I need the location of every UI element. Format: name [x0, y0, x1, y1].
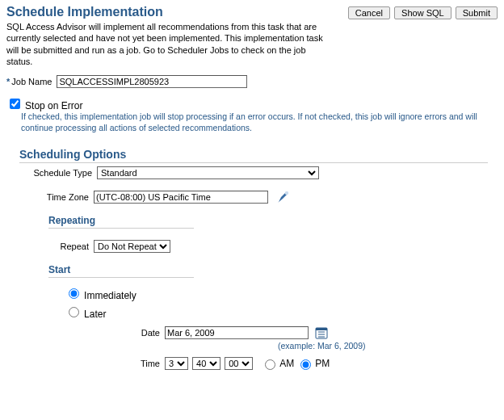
- schedule-type-label: Schedule Type: [19, 168, 92, 178]
- repeating-title: Repeating: [48, 215, 194, 229]
- date-row: Date: [120, 326, 498, 339]
- submit-button[interactable]: Submit: [456, 6, 498, 19]
- am-label: AM: [279, 358, 294, 369]
- job-name-row: * Job Name: [6, 75, 498, 88]
- time-zone-row: Time Zone: [36, 191, 498, 204]
- start-immediately-label: Immediately: [84, 290, 136, 301]
- start-immediately-radio[interactable]: [69, 288, 79, 299]
- date-label: Date: [120, 328, 160, 338]
- stop-on-error-checkbox[interactable]: [10, 99, 20, 109]
- time-zone-label: Time Zone: [36, 192, 89, 202]
- calendar-icon[interactable]: [315, 326, 328, 339]
- flashlight-icon[interactable]: [276, 191, 289, 204]
- start-later-label: Later: [84, 309, 106, 320]
- start-later-row: Later: [65, 304, 498, 320]
- schedule-type-row: Schedule Type Standard: [19, 166, 498, 179]
- time-row: Time 3 40 00 AM PM: [120, 357, 498, 370]
- action-buttons: Cancel Show SQL Submit: [346, 3, 498, 19]
- time-second-select[interactable]: 00: [225, 357, 253, 370]
- start-later-radio[interactable]: [69, 307, 79, 317]
- stop-on-error-row: Stop on Error If checked, this implement…: [6, 96, 498, 133]
- stop-on-error-label: Stop on Error: [25, 100, 82, 111]
- cancel-button[interactable]: Cancel: [348, 6, 390, 19]
- time-hour-select[interactable]: 3: [165, 357, 188, 370]
- job-name-label: Job Name: [11, 77, 52, 86]
- scheduling-options-title: Scheduling Options: [19, 148, 488, 163]
- schedule-type-select[interactable]: Standard: [97, 166, 319, 179]
- intro-text: SQL Access Advisor will implement all re…: [6, 21, 330, 67]
- job-name-input[interactable]: [57, 75, 247, 88]
- show-sql-button[interactable]: Show SQL: [394, 6, 452, 19]
- pm-radio[interactable]: [300, 359, 311, 370]
- repeat-label: Repeat: [48, 242, 89, 251]
- am-radio[interactable]: [265, 359, 275, 370]
- svg-rect-3: [316, 328, 327, 330]
- time-label: Time: [120, 359, 160, 368]
- start-immediately-row: Immediately: [65, 286, 498, 301]
- start-title: Start: [48, 264, 194, 278]
- date-example: (example: Mar 6, 2009): [278, 341, 498, 351]
- stop-on-error-help: If checked, this implementation job will…: [21, 111, 498, 133]
- svg-point-1: [285, 191, 288, 195]
- time-zone-input[interactable]: [94, 191, 268, 204]
- repeat-select[interactable]: Do Not Repeat: [94, 240, 170, 253]
- required-marker: *: [6, 77, 10, 86]
- repeat-row: Repeat Do Not Repeat: [48, 240, 498, 253]
- date-input[interactable]: [165, 326, 309, 339]
- time-minute-select[interactable]: 40: [192, 357, 220, 370]
- pm-label: PM: [315, 358, 330, 369]
- page-title: Schedule Implementation: [6, 5, 330, 19]
